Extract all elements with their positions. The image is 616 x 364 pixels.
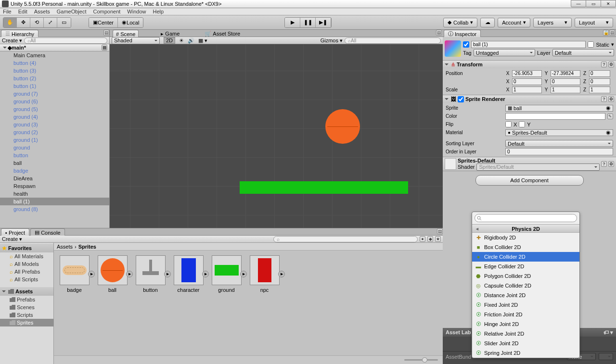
- search-filter-button[interactable]: ●: [420, 236, 425, 242]
- sprite-renderer-enable-checkbox[interactable]: [458, 96, 464, 102]
- scene-header[interactable]: ◆ main*▤: [0, 44, 109, 51]
- favorite-item[interactable]: ⌕ All Materials: [0, 252, 53, 260]
- rect-tool-button[interactable]: ▭: [57, 18, 71, 27]
- component-menu-item[interactable]: ■Box Collider 2D: [472, 242, 579, 252]
- hierarchy-item[interactable]: Main Camera: [0, 51, 109, 59]
- hierarchy-item[interactable]: ground (4): [0, 113, 109, 121]
- assets-header[interactable]: Assets: [0, 287, 53, 296]
- inspector-options-button[interactable]: ▤: [609, 30, 615, 36]
- favorite-item[interactable]: ⌕ All Scripts: [0, 276, 53, 283]
- static-dropdown-button[interactable]: ▾: [611, 41, 614, 48]
- component-menu-item[interactable]: ◎Capsule Collider 2D: [472, 281, 579, 290]
- scene-object-ground[interactable]: [240, 181, 408, 194]
- hierarchy-item[interactable]: button (1): [0, 82, 109, 90]
- hierarchy-item[interactable]: ground (2): [0, 128, 109, 136]
- asset-bundle-variant-dropdown[interactable]: [599, 353, 613, 360]
- project-tab[interactable]: ▪ Project: [1, 228, 29, 236]
- favorites-header[interactable]: ★Favorites: [0, 244, 53, 252]
- component-menu-item[interactable]: ⦿Spring Joint 2D: [472, 348, 579, 358]
- scale-x-input[interactable]: [512, 87, 542, 93]
- pivot-local-button[interactable]: ◉ Local: [118, 18, 143, 27]
- fx-toggle-icon[interactable]: ▦ ▾: [198, 38, 207, 44]
- asset-item[interactable]: ▶button: [135, 255, 166, 293]
- hierarchy-item[interactable]: ground (3): [0, 121, 109, 128]
- scene-object-ball[interactable]: [325, 109, 360, 144]
- hierarchy-tab[interactable]: ☰Hierarchy: [1, 30, 38, 38]
- search-save-button[interactable]: ★: [435, 236, 441, 242]
- layout-dropdown[interactable]: Layout▾: [575, 18, 613, 27]
- inspector-lock-button[interactable]: 🔒: [603, 30, 609, 36]
- sprite-field[interactable]: ▦ ball◉: [505, 105, 613, 112]
- step-button[interactable]: ▶❚: [316, 18, 331, 27]
- hierarchy-item[interactable]: ground (1): [0, 136, 109, 144]
- breadcrumb-assets[interactable]: Assets: [57, 244, 73, 250]
- component-menu-header[interactable]: Physics 2D: [472, 224, 579, 233]
- scale-z-input[interactable]: [589, 87, 610, 93]
- component-menu-item[interactable]: ⦿Slider Joint 2D: [472, 339, 579, 348]
- play-button[interactable]: ▶: [285, 18, 300, 27]
- material-settings-button[interactable]: ⚙: [608, 161, 614, 167]
- material-field[interactable]: ● Sprites-Default◉: [505, 129, 613, 136]
- menu-gameobject[interactable]: GameObject: [57, 9, 87, 14]
- hierarchy-item[interactable]: Respawn: [0, 182, 109, 190]
- scene-search-input[interactable]: ⌕All: [345, 38, 441, 44]
- asset-item[interactable]: ▶npc: [249, 255, 280, 293]
- material-help-button[interactable]: ?: [601, 161, 607, 167]
- position-x-input[interactable]: [512, 70, 542, 77]
- hierarchy-item[interactable]: ground: [0, 144, 109, 151]
- move-tool-button[interactable]: ✥: [17, 18, 30, 27]
- favorite-item[interactable]: ⌕ All Models: [0, 260, 53, 268]
- menu-assets[interactable]: Assets: [34, 9, 50, 14]
- component-menu-item[interactable]: ⦿Friction Joint 2D: [472, 310, 579, 319]
- cloud-button[interactable]: ☁: [480, 18, 495, 27]
- audio-toggle-icon[interactable]: 🔊: [188, 38, 194, 44]
- scene-view[interactable]: [110, 44, 443, 228]
- asset-expand-icon[interactable]: ▶: [126, 271, 133, 277]
- game-tab[interactable]: ▸Game: [158, 30, 182, 38]
- console-tab[interactable]: ▤ Console: [30, 228, 64, 236]
- scale-y-input[interactable]: [551, 87, 580, 93]
- window-maximize-button[interactable]: ▭: [586, 0, 601, 7]
- hierarchy-item[interactable]: button: [0, 151, 109, 159]
- tag-dropdown[interactable]: Untagged: [474, 49, 535, 56]
- folder-item[interactable]: Sprites: [0, 319, 53, 326]
- hierarchy-item[interactable]: health: [0, 190, 109, 198]
- component-menu-item[interactable]: ⦿Relative Joint 2D: [472, 329, 579, 339]
- layers-dropdown[interactable]: Layers▾: [533, 18, 572, 27]
- window-close-button[interactable]: ✕: [601, 0, 616, 7]
- hierarchy-item[interactable]: ground (6): [0, 98, 109, 105]
- hand-tool-button[interactable]: ✋: [3, 18, 17, 27]
- hierarchy-item[interactable]: DieArea: [0, 175, 109, 182]
- asset-item[interactable]: ▶character: [173, 255, 204, 293]
- position-z-input[interactable]: [589, 70, 610, 77]
- component-menu-item[interactable]: ●Circle Collider 2D: [472, 252, 579, 262]
- menu-file[interactable]: File: [3, 9, 12, 14]
- component-search-input[interactable]: [475, 214, 577, 222]
- hierarchy-item[interactable]: button (4): [0, 59, 109, 67]
- flip-y-checkbox[interactable]: [519, 121, 525, 127]
- breadcrumb-sprites[interactable]: Sprites: [78, 244, 96, 250]
- gameobject-name-input[interactable]: [471, 41, 586, 48]
- hierarchy-item[interactable]: ground (5): [0, 105, 109, 113]
- hierarchy-item[interactable]: ground (7): [0, 90, 109, 98]
- folder-item[interactable]: Scripts: [0, 311, 53, 319]
- scene-options-button[interactable]: ▤: [436, 30, 442, 36]
- asset-expand-icon[interactable]: ▶: [240, 271, 247, 277]
- menu-component[interactable]: Component: [93, 9, 120, 14]
- gameobject-active-checkbox[interactable]: [463, 41, 469, 48]
- color-picker-button[interactable]: ✎: [607, 113, 613, 119]
- gizmos-dropdown[interactable]: Gizmos ▾: [321, 38, 343, 44]
- menu-edit[interactable]: Edit: [18, 9, 27, 14]
- component-menu-item[interactable]: ⦿Hinge Joint 2D: [472, 319, 579, 329]
- color-field[interactable]: [505, 113, 605, 120]
- asset-store-tab[interactable]: 🛒Asset Store: [202, 30, 243, 38]
- hierarchy-item[interactable]: badge: [0, 167, 109, 175]
- order-in-layer-input[interactable]: [505, 148, 613, 155]
- transform-component-header[interactable]: ⋔Transform?⚙: [443, 61, 616, 68]
- gameobject-icon[interactable]: [445, 40, 461, 57]
- rotate-tool-button[interactable]: ⟲: [30, 18, 44, 27]
- inspector-tab[interactable]: ⓘ Inspector: [444, 30, 481, 38]
- component-menu-item[interactable]: ▬Edge Collider 2D: [472, 262, 579, 271]
- hierarchy-item[interactable]: ball: [0, 159, 109, 167]
- favorite-item[interactable]: ⌕ All Prefabs: [0, 268, 53, 276]
